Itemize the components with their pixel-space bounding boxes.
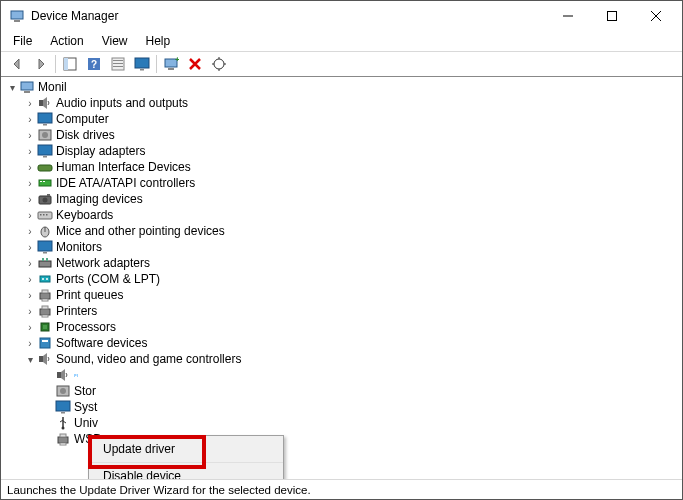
- minimize-button[interactable]: [546, 1, 590, 31]
- chevron-right-icon[interactable]: ›: [23, 288, 37, 302]
- tree-root-label: Monil: [38, 80, 67, 94]
- tree-category-keyboards[interactable]: › Keyboards: [23, 207, 678, 223]
- chevron-right-icon[interactable]: ›: [23, 96, 37, 110]
- disk-icon: [37, 127, 53, 143]
- camera-icon: [37, 191, 53, 207]
- chevron-right-icon[interactable]: ›: [23, 224, 37, 238]
- menu-view[interactable]: View: [94, 32, 136, 50]
- chevron-right-icon[interactable]: ›: [23, 320, 37, 334]
- chevron-right-icon[interactable]: ›: [23, 240, 37, 254]
- speaker-icon: [55, 367, 71, 383]
- tree-category-processors[interactable]: › Processors: [23, 319, 678, 335]
- maximize-button[interactable]: [590, 1, 634, 31]
- chevron-right-icon[interactable]: ›: [23, 272, 37, 286]
- menu-file[interactable]: File: [5, 32, 40, 50]
- context-menu: Update driverDisable deviceUninstall dev…: [88, 435, 284, 479]
- monitor-icon: [37, 143, 53, 159]
- chevron-right-icon[interactable]: ›: [23, 336, 37, 350]
- window-title: Device Manager: [31, 9, 546, 23]
- tree-category-label: Printers: [56, 304, 97, 318]
- tree-device-sound-syst[interactable]: › Syst: [41, 399, 678, 415]
- tree-device-sound-dev0[interactable]: ›: [41, 367, 678, 383]
- menu-action[interactable]: Action: [42, 32, 91, 50]
- tree-category-label: Monitors: [56, 240, 102, 254]
- printer-icon: [37, 287, 53, 303]
- chevron-right-icon[interactable]: ›: [23, 160, 37, 174]
- tree-category-label: Software devices: [56, 336, 147, 350]
- tree-category-label: Display adapters: [56, 144, 145, 158]
- tree-device-label: Stor: [74, 384, 96, 398]
- svg-rect-44: [113, 63, 123, 64]
- tree-category-label: Print queues: [56, 288, 123, 302]
- tree-category-computer[interactable]: › Computer: [23, 111, 678, 127]
- tree-category-mice[interactable]: › Mice and other pointing devices: [23, 223, 678, 239]
- chevron-right-icon[interactable]: ›: [23, 304, 37, 318]
- tree-category-ide[interactable]: › IDE ATA/ATAPI controllers: [23, 175, 678, 191]
- context-menu-item-update-driver[interactable]: Update driver: [89, 436, 283, 463]
- chevron-right-icon[interactable]: ›: [23, 192, 37, 206]
- monitor-icon-button[interactable]: [130, 53, 154, 75]
- device-tree[interactable]: ▾ Monil › Audio inputs and outputs › Com…: [1, 77, 682, 479]
- tree-device-label: Syst: [74, 400, 97, 414]
- tree-device-sound-stor[interactable]: › Stor: [41, 383, 678, 399]
- close-button[interactable]: [634, 1, 678, 31]
- tree-category-label: Sound, video and game controllers: [56, 352, 241, 366]
- tree-category-diskdrives[interactable]: › Disk drives: [23, 127, 678, 143]
- svg-text:?: ?: [91, 59, 97, 70]
- monitor-icon: [37, 239, 53, 255]
- status-text: Launches the Update Driver Wizard for th…: [7, 484, 311, 496]
- chevron-right-icon[interactable]: ›: [23, 112, 37, 126]
- printer-icon: [55, 431, 71, 447]
- tree-category-display[interactable]: › Display adapters: [23, 143, 678, 159]
- ide-icon: [37, 175, 53, 191]
- tree-category-label: Computer: [56, 112, 109, 126]
- chevron-right-icon[interactable]: ›: [23, 208, 37, 222]
- speaker-icon: [37, 95, 53, 111]
- context-menu-item-disable-device[interactable]: Disable device: [89, 463, 283, 479]
- tree-device-label: [74, 374, 78, 376]
- statusbar: Launches the Update Driver Wizard for th…: [1, 479, 682, 499]
- tree-category-imaging[interactable]: › Imaging devices: [23, 191, 678, 207]
- tree-category-netadap[interactable]: › Network adapters: [23, 255, 678, 271]
- monitor-icon: [37, 111, 53, 127]
- show-hide-button[interactable]: [58, 53, 82, 75]
- chevron-right-icon[interactable]: ›: [23, 176, 37, 190]
- properties-button[interactable]: [106, 53, 130, 75]
- tree-category-printq[interactable]: › Print queues: [23, 287, 678, 303]
- menu-help[interactable]: Help: [138, 32, 179, 50]
- tree-category-monitors[interactable]: › Monitors: [23, 239, 678, 255]
- tree-category-hid[interactable]: › Human Interface Devices: [23, 159, 678, 175]
- chevron-down-icon[interactable]: ▾: [23, 352, 37, 366]
- tree-category-label: Keyboards: [56, 208, 113, 222]
- chevron-down-icon[interactable]: ▾: [5, 80, 19, 94]
- tree-category-ports[interactable]: › Ports (COM & LPT): [23, 271, 678, 287]
- tree-category-printers[interactable]: › Printers: [23, 303, 678, 319]
- chevron-right-icon[interactable]: ›: [23, 256, 37, 270]
- add-device-button[interactable]: +: [159, 53, 183, 75]
- tree-root-node[interactable]: ▾ Monil: [5, 79, 678, 95]
- cpu-icon: [37, 319, 53, 335]
- tree-device-sound-univ[interactable]: › Univ: [41, 415, 678, 431]
- svg-rect-43: [113, 60, 123, 61]
- computer-icon: [19, 79, 35, 95]
- tree-category-label: Mice and other pointing devices: [56, 224, 225, 238]
- tree-category-software[interactable]: › Software devices: [23, 335, 678, 351]
- forward-button[interactable]: [29, 53, 53, 75]
- back-button[interactable]: [5, 53, 29, 75]
- tree-category-label: Network adapters: [56, 256, 150, 270]
- tree-category-sound[interactable]: ▾ Sound, video and game controllers: [23, 351, 678, 367]
- svg-rect-39: [64, 58, 68, 70]
- help-button[interactable]: ?: [82, 53, 106, 75]
- printer-icon: [37, 303, 53, 319]
- chevron-right-icon[interactable]: ›: [23, 128, 37, 142]
- tree-category-audio[interactable]: › Audio inputs and outputs: [23, 95, 678, 111]
- hid-icon: [37, 159, 53, 175]
- monitor-icon: [55, 399, 71, 415]
- scan-hardware-button[interactable]: [207, 53, 231, 75]
- toolbar-divider: [55, 55, 56, 73]
- speaker-icon: [37, 351, 53, 367]
- chevron-right-icon[interactable]: ›: [23, 144, 37, 158]
- tree-category-label: Audio inputs and outputs: [56, 96, 188, 110]
- svg-text:+: +: [175, 56, 179, 64]
- uninstall-device-button[interactable]: [183, 53, 207, 75]
